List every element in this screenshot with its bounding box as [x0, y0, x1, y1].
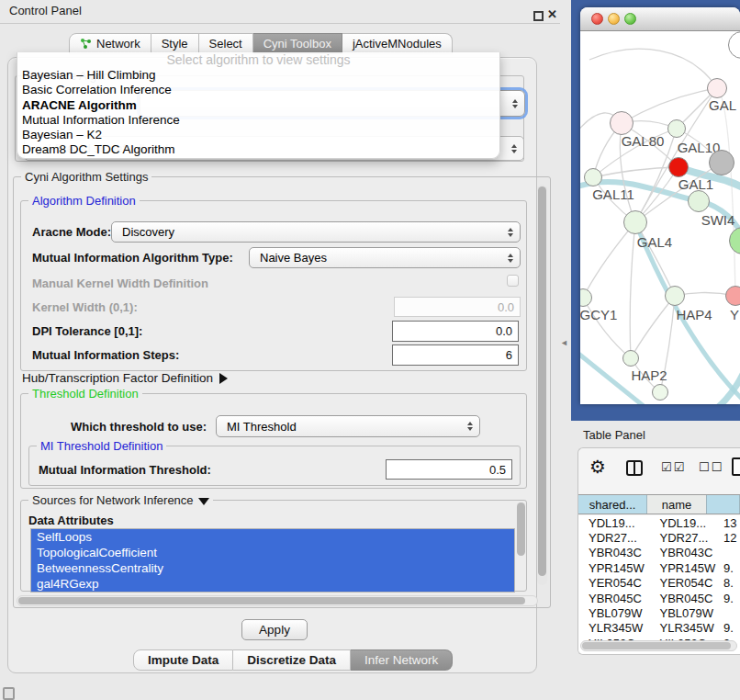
algorithm-dropdown-list[interactable]: Select algorithm to view settings Bayesi…	[17, 52, 500, 159]
minimize-traffic-light-icon[interactable]	[608, 13, 620, 25]
table-row[interactable]: YER054CYER054C8.	[578, 576, 740, 591]
float-window-icon[interactable]	[533, 11, 544, 21]
tab-select[interactable]: Select	[199, 33, 253, 54]
node-gal10[interactable]	[667, 119, 686, 138]
table-cell: 9.	[719, 592, 740, 605]
tab-network[interactable]: Network	[69, 33, 151, 54]
table-cell: YDR27...	[578, 531, 655, 545]
algorithm-option-bayesian-hill-climbing[interactable]: Bayesian – Hill Climbing	[17, 68, 499, 83]
settings-vertical-scrollbar[interactable]	[537, 185, 547, 585]
apply-button[interactable]: Apply	[241, 619, 308, 640]
node-label-swi4: SWI4	[701, 212, 735, 228]
tab-cyni-toolbox[interactable]: Cyni Toolbox	[253, 33, 342, 54]
table-cell: YLR345W	[578, 621, 655, 635]
attribute-item-betweennesscentrality[interactable]: BetweennessCentrality	[31, 560, 514, 576]
node-y[interactable]	[725, 286, 740, 306]
node-gal4[interactable]	[623, 210, 647, 234]
table-row[interactable]: YPR145WYPR145W9.	[578, 560, 740, 575]
checked-boxes-icon[interactable]: ☑☑	[661, 460, 686, 474]
column-header-col2[interactable]	[707, 495, 740, 514]
mi-algorithm-type-label: Mutual Information Algorithm Type:	[32, 251, 233, 265]
algorithm-option-mutual-information-inference[interactable]: Mutual Information Inference	[17, 113, 499, 128]
column-header-shared[interactable]: shared...	[578, 495, 647, 514]
node-label-gal4: GAL4	[637, 234, 672, 250]
algorithm-option-bayesian-k2[interactable]: Bayesian – K2	[17, 128, 499, 142]
combo-stepper-icon	[512, 99, 518, 108]
algorithm-definition-group: Algorithm Definition Aracne Mode: Discov…	[20, 200, 527, 371]
node-label-gal11: GAL11	[592, 186, 634, 202]
columns-icon[interactable]	[626, 460, 643, 476]
data-attributes-list[interactable]: SelfLoopsTopologicalCoefficientBetweenne…	[30, 528, 515, 593]
manual-kernel-width-checkbox[interactable]	[507, 275, 519, 287]
algorithm-option-dream8-dc-tdc-algorithm[interactable]: Dream8 DC_TDC Algorithm	[17, 142, 499, 157]
gear-icon[interactable]: ⚙	[589, 456, 606, 478]
mi-algorithm-type-value: Naive Bayes	[260, 251, 327, 265]
table-row[interactable]: YDR27...YDR27...12	[578, 530, 740, 545]
attribute-item-selfloops[interactable]: SelfLoops	[31, 529, 514, 545]
threshold-definition-group: Threshold Definition Which threshold to …	[20, 393, 527, 489]
algorithm-dropdown-prompt: Select algorithm to view settings	[17, 52, 499, 68]
node-label-gal80: GAL80	[622, 133, 665, 149]
table-cell: YBR045C	[655, 592, 720, 605]
panel-grip-icon[interactable]	[3, 687, 15, 700]
control-panel-title: Control Panel	[9, 4, 82, 17]
network-window[interactable]: GALGAL80GAL10GAL1GAL11SWI4GAL4GCY1HAP4YH…	[580, 7, 740, 404]
dpi-tolerance-field[interactable]: 0.0	[392, 321, 519, 342]
node-label-y: Y	[730, 307, 739, 322]
node-hap2[interactable]	[622, 350, 639, 367]
zoom-traffic-light-icon[interactable]	[624, 13, 636, 25]
attribute-item-topologicalcoefficient[interactable]: TopologicalCoefficient	[31, 545, 514, 560]
tab-label: Style	[162, 37, 188, 51]
bottom-tab-impute-data[interactable]: Impute Data	[133, 649, 233, 671]
table-horizontal-scrollbar[interactable]	[580, 640, 737, 651]
table-rows[interactable]: YDL19...YDL19...13YDR27...YDR27...12YBR0…	[578, 515, 740, 654]
sources-for-inference-group: Sources for Network Inference Data Attri…	[20, 500, 527, 592]
mi-algorithm-type-combo[interactable]: Naive Bayes	[249, 247, 521, 268]
table-row[interactable]: YBR043CYBR043C	[578, 546, 740, 560]
algorithm-option-basic-correlation-inference[interactable]: Basic Correlation Inference	[17, 83, 499, 97]
mi-steps-field[interactable]: 6	[392, 344, 519, 366]
column-header-name[interactable]: name	[647, 495, 706, 514]
bottom-tab-discretize-data[interactable]: Discretize Data	[233, 649, 351, 671]
which-threshold-combo[interactable]: MI Threshold	[216, 415, 480, 437]
network-window-titlebar[interactable]	[580, 7, 740, 31]
close-icon[interactable]: ✕	[547, 7, 557, 21]
hub-definition-section[interactable]: Hub/Transcription Factor Definition	[22, 371, 228, 385]
node-hap4[interactable]	[665, 286, 685, 306]
document-icon[interactable]	[732, 457, 740, 476]
node-gal11[interactable]	[584, 168, 602, 186]
node[interactable]	[709, 150, 734, 175]
tab-style[interactable]: Style	[151, 33, 199, 54]
aracne-mode-label: Aracne Mode:	[32, 225, 111, 239]
node-swi4[interactable]	[688, 190, 710, 212]
node-gal1[interactable]	[668, 157, 689, 177]
aracne-mode-combo[interactable]: Discovery	[111, 221, 521, 243]
attribute-item-gal4rgexp[interactable]: gal4RGexp	[31, 576, 514, 592]
table-header-row[interactable]: shared...name	[578, 494, 740, 514]
collapse-arrow-icon[interactable]	[198, 498, 209, 505]
tab-jactivemnodules[interactable]: jActiveMNodules	[342, 33, 453, 54]
settings-horizontal-scrollbar[interactable]	[17, 595, 538, 606]
node-gal80[interactable]	[610, 111, 633, 135]
algorithm-option-aracne-algorithm[interactable]: ARACNE Algorithm	[17, 98, 499, 113]
node-label-hap2: HAP2	[631, 367, 667, 383]
table-row[interactable]: YBL079WYBL079W	[578, 605, 740, 620]
combo-stepper-icon	[511, 144, 517, 153]
collapse-divider-icon[interactable]: ◄	[560, 338, 568, 347]
expand-arrow-icon[interactable]	[219, 373, 228, 384]
dpi-tolerance-label: DPI Tolerance [0,1]:	[32, 324, 142, 338]
table-cell: YDR27...	[655, 531, 720, 545]
close-traffic-light-icon[interactable]	[591, 13, 603, 25]
kernel-width-field: 0.0	[394, 297, 521, 317]
table-row[interactable]: YLR345WYLR345W9.	[578, 621, 740, 636]
node-gal[interactable]	[707, 78, 727, 98]
attributes-scrollbar[interactable]	[517, 502, 525, 562]
unchecked-boxes-icon[interactable]: ☐☐	[699, 460, 723, 474]
mi-threshold-field[interactable]: 0.5	[386, 459, 512, 480]
table-row[interactable]: YDL19...YDL19...13	[578, 515, 740, 530]
bottom-tab-infer-network[interactable]: Infer Network	[351, 649, 453, 671]
table-cell: YBL079W	[655, 606, 720, 620]
node[interactable]	[652, 384, 668, 401]
table-row[interactable]: YBR045CYBR045C9.	[578, 591, 740, 605]
network-canvas[interactable]: GALGAL80GAL10GAL1GAL11SWI4GAL4GCY1HAP4YH…	[580, 32, 740, 404]
